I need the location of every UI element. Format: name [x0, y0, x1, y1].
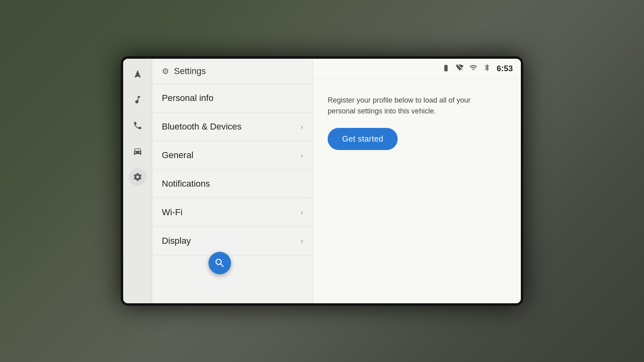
get-started-button[interactable]: Get started [328, 128, 398, 150]
settings-item-bluetooth[interactable]: Bluetooth & Devices › [152, 113, 313, 141]
sidebar-item-music[interactable] [129, 91, 147, 109]
sidebar-item-vehicle[interactable] [129, 142, 147, 160]
settings-item-personal-info-label: Personal info [162, 93, 213, 103]
settings-item-personal-info[interactable]: Personal info [152, 84, 313, 113]
sidebar-item-settings[interactable] [129, 168, 147, 186]
chevron-right-icon: › [301, 151, 303, 160]
settings-item-wifi-label: Wi-Fi [162, 207, 182, 218]
settings-item-bluetooth-label: Bluetooth & Devices [162, 121, 242, 132]
status-bar: 6:53 [313, 59, 521, 79]
bluetooth-icon [483, 64, 491, 74]
content-body: Register your profile below to load all … [313, 79, 521, 303]
register-description: Register your profile below to load all … [328, 95, 481, 117]
settings-item-display-label: Display [162, 236, 191, 246]
settings-item-display[interactable]: Display › [152, 227, 313, 255]
status-time: 6:53 [497, 64, 513, 73]
settings-item-general[interactable]: General › [152, 141, 313, 170]
settings-header-icon: ⚙ [162, 66, 169, 76]
settings-panel-title: Settings [174, 66, 206, 76]
wifi-icon [469, 64, 477, 74]
no-signal-icon [456, 64, 464, 74]
chevron-right-icon: › [301, 123, 303, 131]
settings-item-notifications[interactable]: Notifications [152, 170, 313, 198]
settings-item-general-label: General [162, 150, 193, 160]
settings-item-wifi[interactable]: Wi-Fi › [152, 198, 313, 227]
chevron-right-icon: › [301, 208, 303, 217]
settings-list: Personal info Bluetooth & Devices › Gene… [152, 84, 313, 303]
sidebar-item-navigation[interactable] [129, 65, 147, 83]
search-fab-button[interactable] [208, 252, 231, 274]
sidebar [123, 59, 152, 303]
settings-header: ⚙ Settings [152, 59, 313, 84]
settings-item-notifications-label: Notifications [162, 179, 210, 189]
wireless-charging-icon [442, 64, 450, 74]
chevron-right-icon: › [301, 237, 303, 245]
sidebar-item-phone[interactable] [129, 117, 147, 134]
settings-panel: ⚙ Settings Personal info Bluetooth & Dev… [152, 59, 313, 303]
content-panel: 6:53 Register your profile below to load… [313, 59, 521, 303]
